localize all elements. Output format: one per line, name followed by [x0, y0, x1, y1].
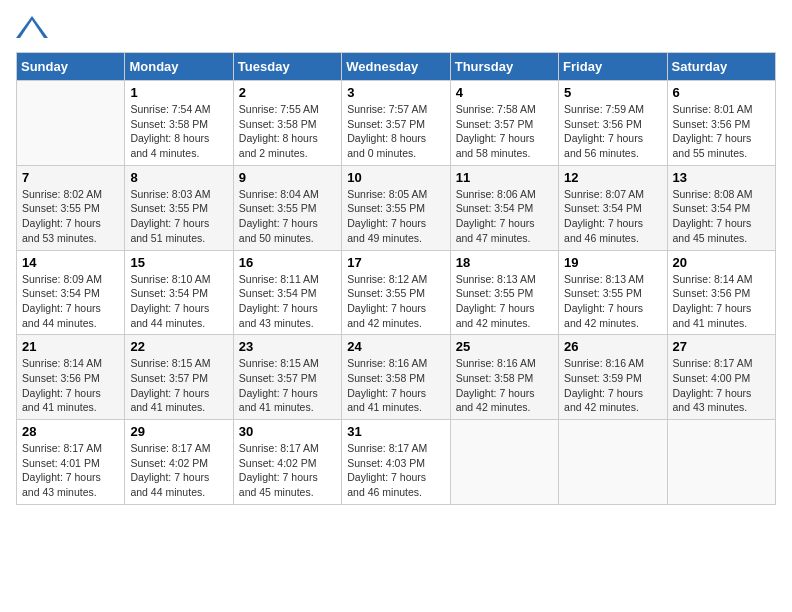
day-info: Sunrise: 7:57 AMSunset: 3:57 PMDaylight:…: [347, 102, 444, 161]
calendar-row-4: 21Sunrise: 8:14 AMSunset: 3:56 PMDayligh…: [17, 335, 776, 420]
day-info: Sunrise: 8:10 AMSunset: 3:54 PMDaylight:…: [130, 272, 227, 331]
calendar-cell: 12Sunrise: 8:07 AMSunset: 3:54 PMDayligh…: [559, 165, 667, 250]
calendar-cell: 30Sunrise: 8:17 AMSunset: 4:02 PMDayligh…: [233, 420, 341, 505]
calendar-cell: [450, 420, 558, 505]
day-number: 18: [456, 255, 553, 270]
calendar-table: SundayMondayTuesdayWednesdayThursdayFrid…: [16, 52, 776, 505]
logo-icon: [16, 16, 48, 42]
header-monday: Monday: [125, 53, 233, 81]
day-number: 29: [130, 424, 227, 439]
calendar-header-row: SundayMondayTuesdayWednesdayThursdayFrid…: [17, 53, 776, 81]
day-number: 8: [130, 170, 227, 185]
calendar-cell: 23Sunrise: 8:15 AMSunset: 3:57 PMDayligh…: [233, 335, 341, 420]
calendar-cell: 19Sunrise: 8:13 AMSunset: 3:55 PMDayligh…: [559, 250, 667, 335]
day-number: 24: [347, 339, 444, 354]
day-info: Sunrise: 8:15 AMSunset: 3:57 PMDaylight:…: [239, 356, 336, 415]
calendar-cell: 1Sunrise: 7:54 AMSunset: 3:58 PMDaylight…: [125, 81, 233, 166]
day-number: 22: [130, 339, 227, 354]
calendar-cell: 22Sunrise: 8:15 AMSunset: 3:57 PMDayligh…: [125, 335, 233, 420]
day-number: 1: [130, 85, 227, 100]
day-number: 13: [673, 170, 770, 185]
calendar-cell: 5Sunrise: 7:59 AMSunset: 3:56 PMDaylight…: [559, 81, 667, 166]
day-info: Sunrise: 8:17 AMSunset: 4:01 PMDaylight:…: [22, 441, 119, 500]
day-info: Sunrise: 8:17 AMSunset: 4:02 PMDaylight:…: [130, 441, 227, 500]
day-info: Sunrise: 7:54 AMSunset: 3:58 PMDaylight:…: [130, 102, 227, 161]
calendar-cell: 20Sunrise: 8:14 AMSunset: 3:56 PMDayligh…: [667, 250, 775, 335]
calendar-cell: [17, 81, 125, 166]
calendar-row-2: 7Sunrise: 8:02 AMSunset: 3:55 PMDaylight…: [17, 165, 776, 250]
day-number: 28: [22, 424, 119, 439]
calendar-cell: 27Sunrise: 8:17 AMSunset: 4:00 PMDayligh…: [667, 335, 775, 420]
day-number: 25: [456, 339, 553, 354]
calendar-cell: 6Sunrise: 8:01 AMSunset: 3:56 PMDaylight…: [667, 81, 775, 166]
day-info: Sunrise: 8:13 AMSunset: 3:55 PMDaylight:…: [564, 272, 661, 331]
calendar-cell: 2Sunrise: 7:55 AMSunset: 3:58 PMDaylight…: [233, 81, 341, 166]
day-number: 15: [130, 255, 227, 270]
calendar-cell: 10Sunrise: 8:05 AMSunset: 3:55 PMDayligh…: [342, 165, 450, 250]
day-number: 5: [564, 85, 661, 100]
calendar-cell: 14Sunrise: 8:09 AMSunset: 3:54 PMDayligh…: [17, 250, 125, 335]
day-info: Sunrise: 8:12 AMSunset: 3:55 PMDaylight:…: [347, 272, 444, 331]
day-number: 4: [456, 85, 553, 100]
calendar-cell: 24Sunrise: 8:16 AMSunset: 3:58 PMDayligh…: [342, 335, 450, 420]
header-tuesday: Tuesday: [233, 53, 341, 81]
calendar-cell: 17Sunrise: 8:12 AMSunset: 3:55 PMDayligh…: [342, 250, 450, 335]
calendar-cell: 8Sunrise: 8:03 AMSunset: 3:55 PMDaylight…: [125, 165, 233, 250]
day-number: 12: [564, 170, 661, 185]
page-header: [16, 16, 776, 42]
calendar-cell: [667, 420, 775, 505]
calendar-cell: 4Sunrise: 7:58 AMSunset: 3:57 PMDaylight…: [450, 81, 558, 166]
calendar-cell: 16Sunrise: 8:11 AMSunset: 3:54 PMDayligh…: [233, 250, 341, 335]
day-info: Sunrise: 8:14 AMSunset: 3:56 PMDaylight:…: [22, 356, 119, 415]
header-thursday: Thursday: [450, 53, 558, 81]
day-info: Sunrise: 8:17 AMSunset: 4:00 PMDaylight:…: [673, 356, 770, 415]
calendar-row-1: 1Sunrise: 7:54 AMSunset: 3:58 PMDaylight…: [17, 81, 776, 166]
calendar-cell: 26Sunrise: 8:16 AMSunset: 3:59 PMDayligh…: [559, 335, 667, 420]
day-number: 14: [22, 255, 119, 270]
logo: [16, 16, 50, 42]
calendar-cell: 3Sunrise: 7:57 AMSunset: 3:57 PMDaylight…: [342, 81, 450, 166]
day-info: Sunrise: 8:07 AMSunset: 3:54 PMDaylight:…: [564, 187, 661, 246]
day-info: Sunrise: 8:09 AMSunset: 3:54 PMDaylight:…: [22, 272, 119, 331]
header-saturday: Saturday: [667, 53, 775, 81]
header-friday: Friday: [559, 53, 667, 81]
day-info: Sunrise: 8:02 AMSunset: 3:55 PMDaylight:…: [22, 187, 119, 246]
calendar-cell: 31Sunrise: 8:17 AMSunset: 4:03 PMDayligh…: [342, 420, 450, 505]
header-wednesday: Wednesday: [342, 53, 450, 81]
day-number: 26: [564, 339, 661, 354]
day-info: Sunrise: 8:17 AMSunset: 4:03 PMDaylight:…: [347, 441, 444, 500]
calendar-cell: 29Sunrise: 8:17 AMSunset: 4:02 PMDayligh…: [125, 420, 233, 505]
calendar-row-3: 14Sunrise: 8:09 AMSunset: 3:54 PMDayligh…: [17, 250, 776, 335]
day-info: Sunrise: 8:16 AMSunset: 3:58 PMDaylight:…: [456, 356, 553, 415]
day-number: 16: [239, 255, 336, 270]
day-number: 17: [347, 255, 444, 270]
day-info: Sunrise: 8:16 AMSunset: 3:59 PMDaylight:…: [564, 356, 661, 415]
day-number: 30: [239, 424, 336, 439]
calendar-cell: 21Sunrise: 8:14 AMSunset: 3:56 PMDayligh…: [17, 335, 125, 420]
day-info: Sunrise: 8:04 AMSunset: 3:55 PMDaylight:…: [239, 187, 336, 246]
calendar-cell: [559, 420, 667, 505]
day-number: 10: [347, 170, 444, 185]
day-info: Sunrise: 8:16 AMSunset: 3:58 PMDaylight:…: [347, 356, 444, 415]
day-number: 7: [22, 170, 119, 185]
day-number: 11: [456, 170, 553, 185]
day-number: 21: [22, 339, 119, 354]
calendar-cell: 25Sunrise: 8:16 AMSunset: 3:58 PMDayligh…: [450, 335, 558, 420]
day-number: 3: [347, 85, 444, 100]
day-info: Sunrise: 8:13 AMSunset: 3:55 PMDaylight:…: [456, 272, 553, 331]
day-number: 23: [239, 339, 336, 354]
day-info: Sunrise: 7:59 AMSunset: 3:56 PMDaylight:…: [564, 102, 661, 161]
day-number: 27: [673, 339, 770, 354]
day-number: 20: [673, 255, 770, 270]
day-info: Sunrise: 7:55 AMSunset: 3:58 PMDaylight:…: [239, 102, 336, 161]
calendar-cell: 28Sunrise: 8:17 AMSunset: 4:01 PMDayligh…: [17, 420, 125, 505]
day-info: Sunrise: 8:14 AMSunset: 3:56 PMDaylight:…: [673, 272, 770, 331]
day-info: Sunrise: 8:17 AMSunset: 4:02 PMDaylight:…: [239, 441, 336, 500]
day-info: Sunrise: 8:05 AMSunset: 3:55 PMDaylight:…: [347, 187, 444, 246]
day-number: 6: [673, 85, 770, 100]
calendar-cell: 18Sunrise: 8:13 AMSunset: 3:55 PMDayligh…: [450, 250, 558, 335]
day-number: 19: [564, 255, 661, 270]
day-info: Sunrise: 8:03 AMSunset: 3:55 PMDaylight:…: [130, 187, 227, 246]
day-info: Sunrise: 8:15 AMSunset: 3:57 PMDaylight:…: [130, 356, 227, 415]
day-info: Sunrise: 8:01 AMSunset: 3:56 PMDaylight:…: [673, 102, 770, 161]
